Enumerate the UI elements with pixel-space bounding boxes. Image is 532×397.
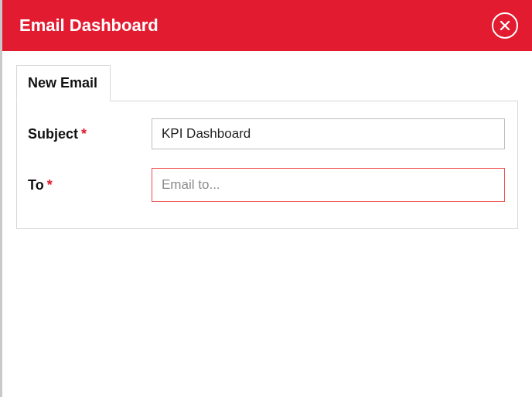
modal-body: New Email Subject * To * (2, 51, 532, 229)
to-input[interactable] (152, 168, 505, 202)
form-panel: Subject * To * (16, 101, 518, 229)
required-indicator: * (47, 177, 53, 193)
subject-input[interactable] (152, 118, 505, 149)
subject-label: Subject * (28, 126, 152, 142)
to-label: To * (28, 177, 152, 193)
modal-header: Email Dashboard (2, 0, 532, 51)
email-dashboard-modal: Email Dashboard New Email Subject * To (0, 0, 532, 397)
tab-row: New Email (16, 65, 518, 101)
tab-new-email[interactable]: New Email (16, 65, 111, 101)
modal-title: Email Dashboard (19, 15, 159, 36)
to-label-text: To (28, 177, 44, 193)
required-indicator: * (81, 126, 87, 142)
subject-label-text: Subject (28, 126, 78, 142)
to-row: To * (28, 168, 505, 202)
close-icon (500, 20, 510, 31)
close-button[interactable] (492, 12, 518, 39)
subject-row: Subject * (28, 118, 505, 149)
